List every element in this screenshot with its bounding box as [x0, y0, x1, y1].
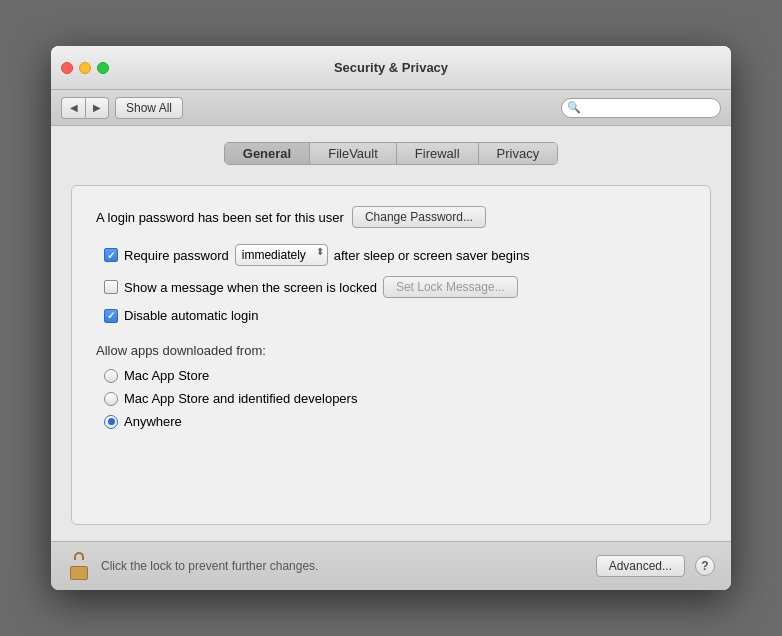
show-all-button[interactable]: Show All — [115, 97, 183, 119]
lock-body — [70, 566, 88, 580]
require-password-row: Require password immediately 5 seconds 1… — [104, 244, 686, 266]
close-button[interactable] — [61, 62, 73, 74]
disable-login-checkbox[interactable] — [104, 309, 118, 323]
bottom-bar: Click the lock to prevent further change… — [51, 541, 731, 590]
tab-group: General FileVault Firewall Privacy — [224, 142, 558, 165]
tab-firewall[interactable]: Firewall — [397, 143, 479, 164]
search-icon: 🔍 — [567, 101, 581, 114]
tab-filevault[interactable]: FileVault — [310, 143, 397, 164]
nav-back-button[interactable]: ◀ — [61, 97, 85, 119]
lock-icon[interactable] — [67, 552, 91, 580]
show-message-checkbox[interactable] — [104, 280, 118, 294]
lock-shackle — [74, 552, 84, 560]
disable-login-label[interactable]: Disable automatic login — [124, 308, 258, 323]
login-password-text: A login password has been set for this u… — [96, 210, 344, 225]
search-input[interactable] — [561, 98, 721, 118]
titlebar: Security & Privacy — [51, 46, 731, 90]
maximize-button[interactable] — [97, 62, 109, 74]
nav-forward-button[interactable]: ▶ — [85, 97, 109, 119]
nav-buttons: ◀ ▶ — [61, 97, 109, 119]
radio-mac-app-store-identified-row: Mac App Store and identified developers — [104, 391, 686, 406]
radio-mac-app-store-identified-label[interactable]: Mac App Store and identified developers — [124, 391, 357, 406]
search-box: 🔍 — [561, 98, 721, 118]
toolbar: ◀ ▶ Show All 🔍 — [51, 90, 731, 126]
tabs: General FileVault Firewall Privacy — [71, 142, 711, 165]
login-password-row: A login password has been set for this u… — [96, 206, 686, 228]
radio-anywhere-label[interactable]: Anywhere — [124, 414, 182, 429]
general-panel: A login password has been set for this u… — [71, 185, 711, 525]
radio-mac-app-store-identified[interactable] — [104, 392, 118, 406]
require-password-label[interactable]: Require password — [124, 248, 229, 263]
content: General FileVault Firewall Privacy A log… — [51, 126, 731, 541]
require-password-select[interactable]: immediately 5 seconds 1 minute 5 minutes… — [235, 244, 328, 266]
set-lock-message-button[interactable]: Set Lock Message... — [383, 276, 518, 298]
allow-apps-header: Allow apps downloaded from: — [96, 343, 686, 358]
lock-text: Click the lock to prevent further change… — [101, 559, 586, 573]
radio-mac-app-store-label[interactable]: Mac App Store — [124, 368, 209, 383]
window: Security & Privacy ◀ ▶ Show All 🔍 Genera… — [51, 46, 731, 590]
tab-privacy[interactable]: Privacy — [479, 143, 558, 164]
window-title: Security & Privacy — [334, 60, 448, 75]
advanced-button[interactable]: Advanced... — [596, 555, 685, 577]
radio-mac-app-store[interactable] — [104, 369, 118, 383]
radio-mac-app-store-row: Mac App Store — [104, 368, 686, 383]
radio-anywhere-row: Anywhere — [104, 414, 686, 429]
radio-anywhere[interactable] — [104, 415, 118, 429]
help-button[interactable]: ? — [695, 556, 715, 576]
change-password-button[interactable]: Change Password... — [352, 206, 486, 228]
show-message-row: Show a message when the screen is locked… — [104, 276, 686, 298]
tab-general[interactable]: General — [225, 143, 310, 164]
require-password-select-wrapper: immediately 5 seconds 1 minute 5 minutes… — [235, 244, 328, 266]
traffic-lights — [61, 62, 109, 74]
allow-apps-section: Allow apps downloaded from: Mac App Stor… — [96, 343, 686, 429]
require-password-checkbox[interactable] — [104, 248, 118, 262]
show-message-label[interactable]: Show a message when the screen is locked — [124, 280, 377, 295]
disable-login-row: Disable automatic login — [104, 308, 686, 323]
after-sleep-text: after sleep or screen saver begins — [334, 248, 530, 263]
minimize-button[interactable] — [79, 62, 91, 74]
